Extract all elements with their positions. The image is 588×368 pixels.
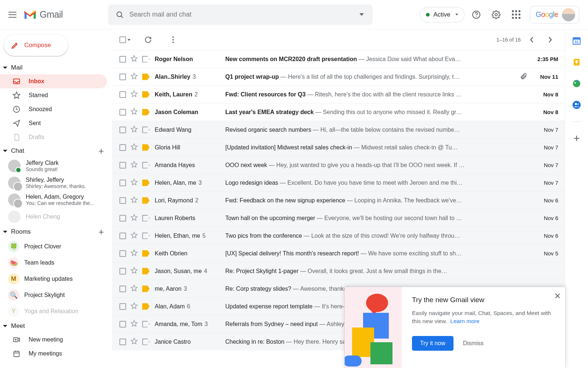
importance-marker[interactable] <box>142 215 150 222</box>
importance-marker[interactable] <box>142 91 150 98</box>
room-item[interactable]: YYoga and Relaxation <box>0 303 112 319</box>
row-checkbox[interactable] <box>119 339 126 345</box>
section-head-chat[interactable]: Chat + <box>0 144 112 158</box>
tasks-app-icon[interactable] <box>572 79 581 88</box>
refresh-button[interactable] <box>141 32 155 47</box>
importance-marker[interactable] <box>142 74 150 80</box>
select-all-checkbox[interactable] <box>119 36 130 43</box>
meet-item-new-meeting[interactable]: New meeting <box>0 333 107 347</box>
star-button[interactable] <box>130 231 138 240</box>
search-input[interactable] <box>129 10 352 19</box>
account-box[interactable]: Google <box>530 6 579 24</box>
sidebar-item-starred[interactable]: Starred <box>0 88 107 102</box>
star-button[interactable] <box>130 143 138 152</box>
chat-item[interactable]: Helen, Adam, GregoryYou: Can we reschedu… <box>0 191 112 208</box>
section-head-mail[interactable]: Mail <box>0 61 112 74</box>
row-checkbox[interactable] <box>119 109 126 116</box>
email-row[interactable]: Gloria Hill[Updated invitation] Midwest … <box>112 138 565 156</box>
importance-marker[interactable] <box>142 127 150 133</box>
row-checkbox[interactable] <box>119 268 126 275</box>
main-menu-button[interactable] <box>4 6 21 24</box>
gmail-logo[interactable]: Gmail <box>24 9 108 20</box>
settings-button[interactable] <box>488 7 504 23</box>
promo-try-button[interactable]: Try it now <box>412 336 453 351</box>
calendar-app-icon[interactable]: 31 <box>572 36 581 46</box>
row-checkbox[interactable] <box>119 303 126 310</box>
next-page-button[interactable] <box>543 32 557 47</box>
chat-item[interactable]: Shirley, JefferyShirley: Awesome, thanks… <box>0 174 112 191</box>
importance-marker[interactable] <box>142 109 150 116</box>
star-button[interactable] <box>130 337 138 346</box>
star-button[interactable] <box>130 72 138 81</box>
row-checkbox[interactable] <box>119 144 126 151</box>
promo-dismiss-button[interactable]: Dismiss <box>463 340 484 347</box>
sidebar-item-inbox[interactable]: Inbox <box>0 74 107 88</box>
add-app-button[interactable] <box>572 134 581 143</box>
room-item[interactable]: 🍉Team leads <box>0 255 112 271</box>
contacts-app-icon[interactable] <box>572 100 581 110</box>
star-button[interactable] <box>130 320 138 329</box>
importance-marker[interactable] <box>142 233 150 239</box>
email-row[interactable]: Keith Obrien[UX] Special delivery! This … <box>112 244 565 262</box>
email-row[interactable]: Jason, Susan, me4Re: Project Skylight 1-… <box>112 262 565 280</box>
support-button[interactable] <box>468 7 484 23</box>
sidebar-item-snoozed[interactable]: Snoozed <box>0 102 107 116</box>
meet-item-my-meetings[interactable]: My meetings <box>0 347 107 361</box>
importance-marker[interactable] <box>142 56 150 63</box>
row-checkbox[interactable] <box>119 127 126 133</box>
email-row[interactable]: Keith, Lauren2Fwd: Client resources for … <box>112 85 565 103</box>
room-item[interactable]: 🍀Project Clover <box>0 238 112 255</box>
importance-marker[interactable] <box>142 180 150 186</box>
email-row[interactable]: Edward WangRevised organic search number… <box>112 121 565 138</box>
email-row[interactable]: Alan..Shirley3Q1 project wrap-up — Here'… <box>112 68 565 85</box>
importance-marker[interactable] <box>142 268 150 275</box>
star-button[interactable] <box>130 249 138 258</box>
row-checkbox[interactable] <box>119 197 126 204</box>
row-checkbox[interactable] <box>119 74 126 80</box>
importance-marker[interactable] <box>142 286 150 292</box>
email-row[interactable]: Helen, Alan, me3Logo redesign ideas — Ex… <box>112 174 565 191</box>
star-button[interactable] <box>130 161 138 170</box>
importance-marker[interactable] <box>142 321 150 328</box>
email-row[interactable]: Roger NelsonNew comments on MCR2020 draf… <box>112 50 565 68</box>
search-options-button[interactable] <box>352 6 370 24</box>
star-button[interactable] <box>130 267 138 276</box>
star-button[interactable] <box>130 214 138 223</box>
star-button[interactable] <box>130 90 138 99</box>
importance-marker[interactable] <box>142 250 150 257</box>
star-button[interactable] <box>130 178 138 187</box>
email-row[interactable]: Lori, Raymond2Fwd: Feedback on the new s… <box>112 191 565 209</box>
star-button[interactable] <box>130 108 138 117</box>
search-bar[interactable] <box>108 4 373 25</box>
chat-item[interactable]: Helen Cheng <box>0 208 112 225</box>
importance-marker[interactable] <box>142 197 150 204</box>
row-checkbox[interactable] <box>119 56 126 63</box>
star-button[interactable] <box>130 55 138 64</box>
more-button[interactable] <box>166 32 180 47</box>
google-apps-button[interactable] <box>508 7 524 23</box>
email-row[interactable]: Helen, Ethan, me5Two pics from the confe… <box>112 227 565 244</box>
keep-app-icon[interactable] <box>572 57 581 67</box>
section-head-meet[interactable]: Meet <box>0 319 112 333</box>
search-icon[interactable] <box>111 6 129 24</box>
importance-marker[interactable] <box>142 144 150 151</box>
row-checkbox[interactable] <box>119 91 126 98</box>
sidebar-item-drafts[interactable]: Drafts <box>0 130 107 144</box>
row-checkbox[interactable] <box>119 250 126 257</box>
chat-item[interactable]: Jeffery ClarkSounds great! <box>0 158 112 174</box>
row-checkbox[interactable] <box>119 286 126 292</box>
importance-marker[interactable] <box>142 339 150 345</box>
row-checkbox[interactable] <box>119 321 126 328</box>
star-button[interactable] <box>130 302 138 311</box>
row-checkbox[interactable] <box>119 162 126 169</box>
room-item[interactable]: MMarketing updates <box>0 271 112 287</box>
star-button[interactable] <box>130 196 138 205</box>
star-button[interactable] <box>130 284 138 293</box>
section-head-rooms[interactable]: Rooms + <box>0 225 112 238</box>
importance-marker[interactable] <box>142 162 150 169</box>
row-checkbox[interactable] <box>119 180 126 186</box>
new-room-button[interactable]: + <box>98 226 104 238</box>
new-chat-button[interactable]: + <box>98 145 104 157</box>
row-checkbox[interactable] <box>119 215 126 222</box>
sidebar-item-sent[interactable]: Sent <box>0 116 107 130</box>
